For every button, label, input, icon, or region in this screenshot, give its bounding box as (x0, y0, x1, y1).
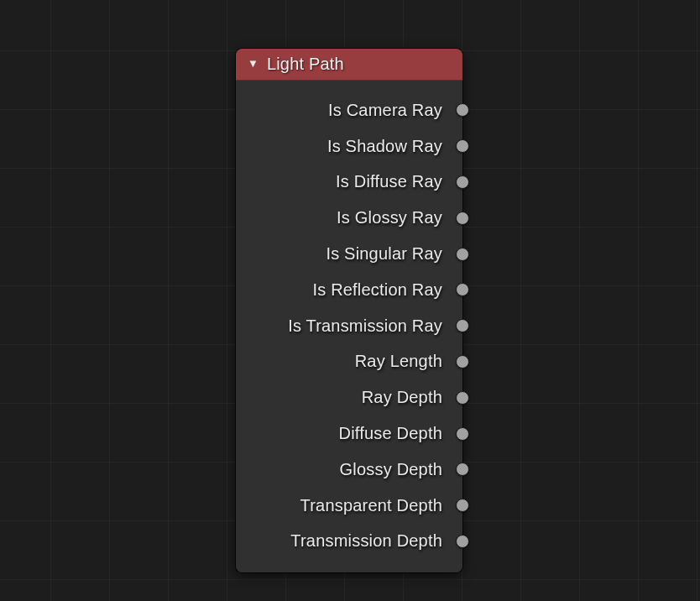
output-row: Transparent Depth (236, 488, 462, 524)
output-label: Is Camera Ray (328, 101, 442, 120)
output-socket-icon[interactable] (456, 212, 469, 225)
output-label: Is Transmission Ray (288, 316, 442, 336)
output-row: Is Shadow Ray (236, 128, 462, 165)
output-label: Is Reflection Ray (312, 280, 442, 300)
output-socket-icon[interactable] (456, 103, 469, 117)
output-socket-icon[interactable] (456, 175, 469, 189)
output-socket-icon[interactable] (456, 535, 469, 548)
node-body: Is Camera Ray Is Shadow Ray Is Diffuse R… (236, 81, 462, 572)
output-label: Is Glossy Ray (337, 208, 442, 227)
node-header[interactable]: ▼ Light Path (236, 49, 462, 81)
output-row: Is Reflection Ray (236, 272, 462, 308)
output-socket-icon[interactable] (456, 499, 469, 512)
output-socket-icon[interactable] (456, 319, 469, 332)
output-socket-icon[interactable] (456, 391, 469, 405)
output-label: Transmission Depth (290, 531, 442, 551)
output-row: Is Transmission Ray (236, 308, 462, 344)
output-label: Transparent Depth (300, 496, 442, 515)
output-row: Ray Length (236, 344, 462, 380)
output-label: Glossy Depth (340, 460, 442, 479)
output-row: Is Camera Ray (236, 92, 462, 128)
output-row: Is Diffuse Ray (236, 165, 462, 201)
output-socket-icon[interactable] (456, 463, 469, 476)
output-socket-icon[interactable] (456, 139, 469, 153)
light-path-node[interactable]: ▼ Light Path Is Camera Ray Is Shadow Ray… (236, 49, 462, 572)
output-socket-icon[interactable] (456, 248, 469, 261)
output-row: Is Glossy Ray (236, 200, 462, 236)
output-label: Diffuse Depth (339, 424, 442, 443)
output-label: Is Singular Ray (326, 244, 442, 264)
output-socket-icon[interactable] (456, 355, 469, 368)
output-row: Diffuse Depth (236, 415, 462, 452)
node-title: Light Path (267, 55, 344, 74)
output-label: Is Shadow Ray (327, 137, 442, 156)
output-socket-icon[interactable] (456, 283, 469, 296)
collapse-icon[interactable]: ▼ (248, 58, 259, 69)
output-label: Ray Depth (362, 388, 442, 407)
output-label: Is Diffuse Ray (336, 172, 442, 191)
output-socket-icon[interactable] (456, 427, 469, 441)
output-label: Ray Length (355, 352, 442, 371)
output-row: Is Singular Ray (236, 236, 462, 272)
output-row: Ray Depth (236, 379, 462, 415)
output-row: Transmission Depth (236, 524, 462, 560)
output-row: Glossy Depth (236, 452, 462, 488)
